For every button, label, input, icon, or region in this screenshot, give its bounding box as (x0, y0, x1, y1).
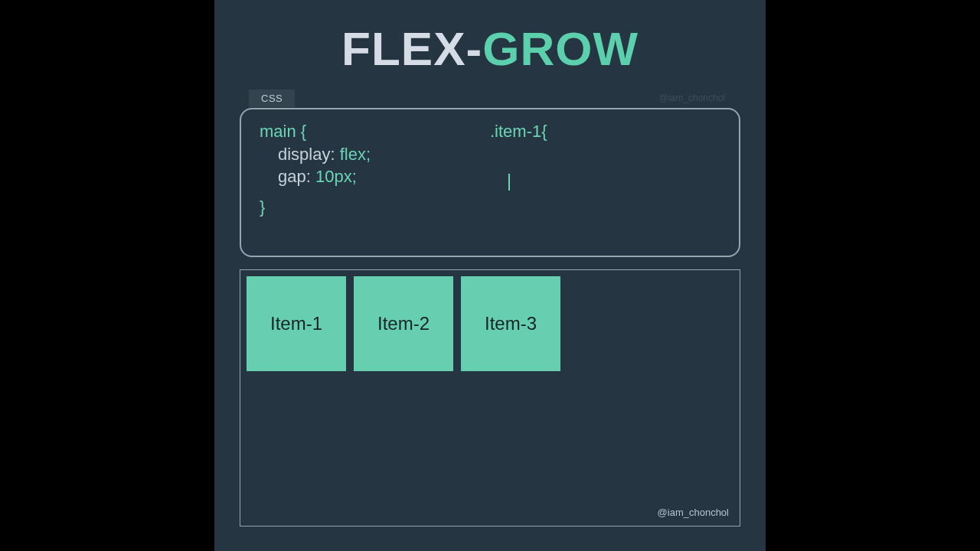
watermark-top: @iam_chonchol (659, 93, 725, 103)
flex-item-1: Item-1 (247, 276, 346, 371)
tab-css[interactable]: CSS (249, 90, 295, 107)
slide-stage: FLEX-GROW CSS @iam_chonchol main { displ… (214, 0, 766, 551)
title-word-2: GROW (482, 22, 639, 75)
watermark-bottom: @iam_chonchol (658, 507, 729, 518)
page-title: FLEX-GROW (214, 21, 766, 76)
flex-container: Item-1 Item-2 Item-3 (247, 276, 733, 371)
code-prop-display: display: (278, 143, 335, 166)
code-prop-gap: gap: (278, 165, 311, 188)
flex-item-2: Item-2 (354, 276, 453, 371)
code-val-10px: 10px; (311, 167, 357, 186)
code-close-brace-left: } (260, 197, 265, 217)
code-selector-item1: .item-1 (490, 122, 541, 141)
code-open-brace-right: { (541, 122, 547, 141)
tab-row: CSS @iam_chonchol (240, 90, 740, 108)
code-box: main { display: flex; gap: 10px; } .item… (240, 108, 740, 257)
code-open-brace-left: { (301, 122, 306, 141)
text-cursor-icon (508, 174, 510, 191)
code-left-column: main { display: flex; gap: 10px; } (260, 120, 490, 245)
demo-box: Item-1 Item-2 Item-3 @iam_chonchol (240, 269, 740, 527)
code-selector-main: main (260, 122, 296, 141)
code-right-column: .item-1{ (490, 120, 720, 245)
title-word-1: FLEX- (341, 22, 482, 75)
code-val-flex: flex; (335, 145, 371, 164)
flex-item-3: Item-3 (461, 276, 560, 371)
